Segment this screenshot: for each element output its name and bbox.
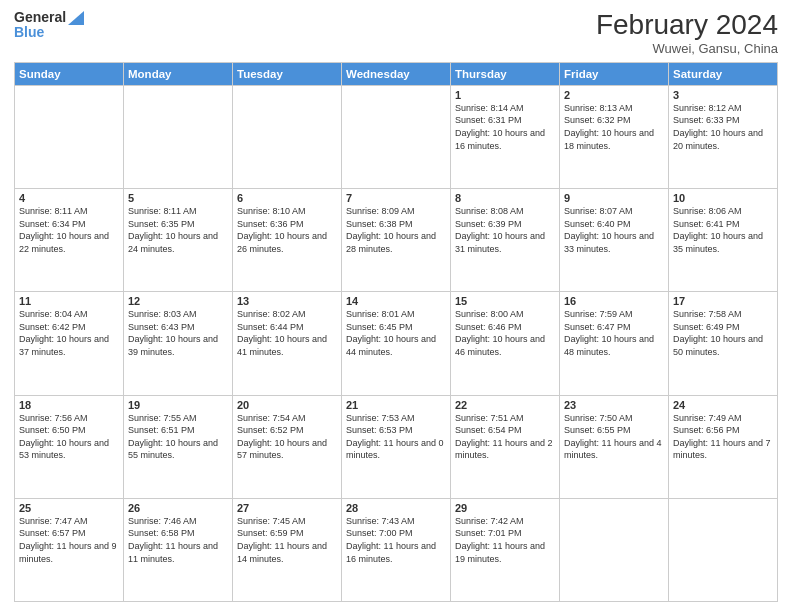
day-cell: 10Sunrise: 8:06 AM Sunset: 6:41 PM Dayli… — [669, 189, 778, 292]
day-cell: 13Sunrise: 8:02 AM Sunset: 6:44 PM Dayli… — [233, 292, 342, 395]
day-cell: 22Sunrise: 7:51 AM Sunset: 6:54 PM Dayli… — [451, 395, 560, 498]
week-row-1: 4Sunrise: 8:11 AM Sunset: 6:34 PM Daylig… — [15, 189, 778, 292]
week-row-4: 25Sunrise: 7:47 AM Sunset: 6:57 PM Dayli… — [15, 498, 778, 601]
day-info: Sunrise: 7:56 AM Sunset: 6:50 PM Dayligh… — [19, 412, 119, 462]
day-cell: 28Sunrise: 7:43 AM Sunset: 7:00 PM Dayli… — [342, 498, 451, 601]
day-number: 28 — [346, 502, 446, 514]
day-number: 29 — [455, 502, 555, 514]
day-number: 23 — [564, 399, 664, 411]
page: General Blue February 2024 Wuwei, Gansu,… — [0, 0, 792, 612]
day-info: Sunrise: 8:02 AM Sunset: 6:44 PM Dayligh… — [237, 308, 337, 358]
day-info: Sunrise: 8:13 AM Sunset: 6:32 PM Dayligh… — [564, 102, 664, 152]
day-cell: 16Sunrise: 7:59 AM Sunset: 6:47 PM Dayli… — [560, 292, 669, 395]
day-cell — [233, 85, 342, 188]
day-number: 16 — [564, 295, 664, 307]
day-number: 14 — [346, 295, 446, 307]
day-number: 13 — [237, 295, 337, 307]
title-block: February 2024 Wuwei, Gansu, China — [596, 10, 778, 56]
day-cell: 4Sunrise: 8:11 AM Sunset: 6:34 PM Daylig… — [15, 189, 124, 292]
day-info: Sunrise: 7:43 AM Sunset: 7:00 PM Dayligh… — [346, 515, 446, 565]
day-cell: 27Sunrise: 7:45 AM Sunset: 6:59 PM Dayli… — [233, 498, 342, 601]
day-number: 9 — [564, 192, 664, 204]
col-sunday: Sunday — [15, 62, 124, 85]
day-number: 18 — [19, 399, 119, 411]
day-number: 11 — [19, 295, 119, 307]
day-info: Sunrise: 7:59 AM Sunset: 6:47 PM Dayligh… — [564, 308, 664, 358]
day-info: Sunrise: 8:06 AM Sunset: 6:41 PM Dayligh… — [673, 205, 773, 255]
day-number: 22 — [455, 399, 555, 411]
day-info: Sunrise: 8:08 AM Sunset: 6:39 PM Dayligh… — [455, 205, 555, 255]
col-saturday: Saturday — [669, 62, 778, 85]
day-number: 12 — [128, 295, 228, 307]
day-cell: 7Sunrise: 8:09 AM Sunset: 6:38 PM Daylig… — [342, 189, 451, 292]
day-number: 15 — [455, 295, 555, 307]
day-info: Sunrise: 8:11 AM Sunset: 6:34 PM Dayligh… — [19, 205, 119, 255]
day-number: 5 — [128, 192, 228, 204]
day-number: 26 — [128, 502, 228, 514]
day-info: Sunrise: 7:46 AM Sunset: 6:58 PM Dayligh… — [128, 515, 228, 565]
day-number: 2 — [564, 89, 664, 101]
day-number: 19 — [128, 399, 228, 411]
day-cell: 25Sunrise: 7:47 AM Sunset: 6:57 PM Dayli… — [15, 498, 124, 601]
day-cell: 5Sunrise: 8:11 AM Sunset: 6:35 PM Daylig… — [124, 189, 233, 292]
logo-container: General Blue — [14, 10, 84, 41]
day-number: 25 — [19, 502, 119, 514]
calendar-subtitle: Wuwei, Gansu, China — [596, 41, 778, 56]
day-cell: 20Sunrise: 7:54 AM Sunset: 6:52 PM Dayli… — [233, 395, 342, 498]
day-cell: 17Sunrise: 7:58 AM Sunset: 6:49 PM Dayli… — [669, 292, 778, 395]
day-info: Sunrise: 7:50 AM Sunset: 6:55 PM Dayligh… — [564, 412, 664, 462]
day-info: Sunrise: 7:49 AM Sunset: 6:56 PM Dayligh… — [673, 412, 773, 462]
day-number: 6 — [237, 192, 337, 204]
day-cell: 3Sunrise: 8:12 AM Sunset: 6:33 PM Daylig… — [669, 85, 778, 188]
day-cell: 8Sunrise: 8:08 AM Sunset: 6:39 PM Daylig… — [451, 189, 560, 292]
day-cell: 12Sunrise: 8:03 AM Sunset: 6:43 PM Dayli… — [124, 292, 233, 395]
day-info: Sunrise: 7:51 AM Sunset: 6:54 PM Dayligh… — [455, 412, 555, 462]
day-info: Sunrise: 8:11 AM Sunset: 6:35 PM Dayligh… — [128, 205, 228, 255]
day-cell: 19Sunrise: 7:55 AM Sunset: 6:51 PM Dayli… — [124, 395, 233, 498]
day-cell: 23Sunrise: 7:50 AM Sunset: 6:55 PM Dayli… — [560, 395, 669, 498]
week-row-3: 18Sunrise: 7:56 AM Sunset: 6:50 PM Dayli… — [15, 395, 778, 498]
calendar-table: Sunday Monday Tuesday Wednesday Thursday… — [14, 62, 778, 602]
day-info: Sunrise: 7:54 AM Sunset: 6:52 PM Dayligh… — [237, 412, 337, 462]
day-number: 17 — [673, 295, 773, 307]
day-cell — [669, 498, 778, 601]
week-row-2: 11Sunrise: 8:04 AM Sunset: 6:42 PM Dayli… — [15, 292, 778, 395]
day-cell: 1Sunrise: 8:14 AM Sunset: 6:31 PM Daylig… — [451, 85, 560, 188]
day-cell: 15Sunrise: 8:00 AM Sunset: 6:46 PM Dayli… — [451, 292, 560, 395]
logo: General Blue — [14, 10, 84, 41]
day-cell: 26Sunrise: 7:46 AM Sunset: 6:58 PM Dayli… — [124, 498, 233, 601]
logo-general: General — [14, 10, 66, 25]
day-info: Sunrise: 8:07 AM Sunset: 6:40 PM Dayligh… — [564, 205, 664, 255]
day-info: Sunrise: 8:12 AM Sunset: 6:33 PM Dayligh… — [673, 102, 773, 152]
day-cell — [342, 85, 451, 188]
day-cell: 2Sunrise: 8:13 AM Sunset: 6:32 PM Daylig… — [560, 85, 669, 188]
day-cell: 11Sunrise: 8:04 AM Sunset: 6:42 PM Dayli… — [15, 292, 124, 395]
day-info: Sunrise: 8:09 AM Sunset: 6:38 PM Dayligh… — [346, 205, 446, 255]
day-cell: 21Sunrise: 7:53 AM Sunset: 6:53 PM Dayli… — [342, 395, 451, 498]
day-info: Sunrise: 8:04 AM Sunset: 6:42 PM Dayligh… — [19, 308, 119, 358]
day-cell: 18Sunrise: 7:56 AM Sunset: 6:50 PM Dayli… — [15, 395, 124, 498]
calendar-body: 1Sunrise: 8:14 AM Sunset: 6:31 PM Daylig… — [15, 85, 778, 601]
day-info: Sunrise: 8:14 AM Sunset: 6:31 PM Dayligh… — [455, 102, 555, 152]
col-wednesday: Wednesday — [342, 62, 451, 85]
day-cell — [124, 85, 233, 188]
day-number: 3 — [673, 89, 773, 101]
logo-blue: Blue — [14, 25, 84, 40]
calendar-title: February 2024 — [596, 10, 778, 41]
day-cell: 9Sunrise: 8:07 AM Sunset: 6:40 PM Daylig… — [560, 189, 669, 292]
day-number: 7 — [346, 192, 446, 204]
day-number: 4 — [19, 192, 119, 204]
svg-marker-0 — [68, 11, 84, 25]
day-info: Sunrise: 7:45 AM Sunset: 6:59 PM Dayligh… — [237, 515, 337, 565]
day-number: 10 — [673, 192, 773, 204]
day-cell — [15, 85, 124, 188]
day-number: 24 — [673, 399, 773, 411]
day-number: 21 — [346, 399, 446, 411]
col-thursday: Thursday — [451, 62, 560, 85]
day-info: Sunrise: 7:42 AM Sunset: 7:01 PM Dayligh… — [455, 515, 555, 565]
day-info: Sunrise: 8:03 AM Sunset: 6:43 PM Dayligh… — [128, 308, 228, 358]
header-row: Sunday Monday Tuesday Wednesday Thursday… — [15, 62, 778, 85]
day-number: 27 — [237, 502, 337, 514]
day-cell: 24Sunrise: 7:49 AM Sunset: 6:56 PM Dayli… — [669, 395, 778, 498]
day-cell — [560, 498, 669, 601]
